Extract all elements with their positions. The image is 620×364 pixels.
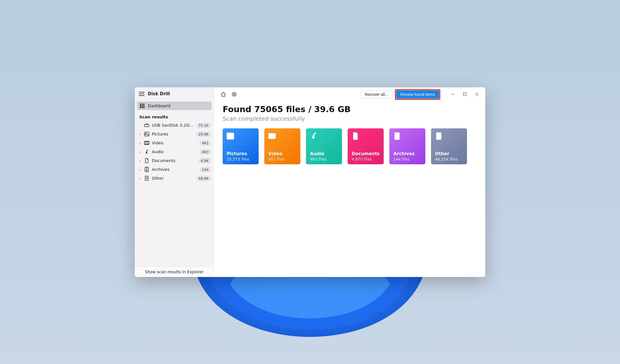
chevron-right-icon: › (138, 176, 142, 181)
card-pictures[interactable]: Pictures 20,573 files (223, 128, 259, 164)
card-title: Pictures (227, 151, 255, 156)
video-icon (268, 132, 297, 141)
card-sub: 20,573 files (227, 157, 255, 161)
tree-item-video[interactable]: › Video 461 (136, 139, 212, 147)
tree-item-archives[interactable]: › Archives 144 (136, 165, 212, 174)
tree-root[interactable]: › USB SanDisk 3.2Gen1… 75.1K (136, 121, 212, 130)
show-in-explorer-button[interactable]: Show scan results in Explorer (135, 266, 214, 277)
card-sub: 144 files (393, 157, 422, 161)
card-title: Video (268, 151, 297, 156)
window-controls (447, 90, 482, 99)
tree-badge: 144 (200, 167, 211, 172)
card-video[interactable]: Video 461 files (264, 128, 300, 164)
tree-label: USB SanDisk 3.2Gen1… (152, 123, 194, 128)
picture-icon (144, 132, 150, 136)
document-icon (144, 158, 150, 163)
chevron-right-icon: › (138, 167, 142, 172)
tree-label: Documents (152, 158, 196, 163)
home-button[interactable] (219, 90, 227, 98)
picture-icon (227, 132, 255, 141)
card-title: Audio (310, 151, 339, 156)
tree-label: Pictures (152, 132, 194, 136)
usb-drive-icon (144, 123, 150, 127)
recover-all-button[interactable]: Recover all... (361, 90, 392, 98)
chevron-right-icon: › (138, 132, 142, 136)
subline: Scan completed successfully (223, 115, 477, 122)
card-title: Other (435, 151, 464, 156)
dashboard-label: Dashboard (148, 104, 170, 108)
dashboard-button[interactable]: Dashboard (137, 102, 212, 110)
card-sub: 463 files (310, 157, 339, 161)
card-sub: 4,870 files (352, 157, 380, 161)
card-sub: 461 files (268, 157, 297, 161)
card-title: Archives (393, 151, 422, 156)
svg-rect-4 (144, 132, 149, 136)
close-button[interactable] (471, 90, 482, 99)
review-found-items-button[interactable]: Review found items (396, 90, 439, 98)
chevron-right-icon: › (138, 141, 142, 145)
main-panel: ✓ Recover all... Review found items Foun… (214, 87, 485, 277)
svg-point-27 (229, 134, 230, 136)
video-icon (144, 141, 150, 145)
other-icon (144, 176, 150, 181)
tree-badge: 20.6K (196, 132, 211, 137)
minimize-button[interactable] (447, 90, 458, 99)
card-title: Documents (352, 151, 380, 156)
chevron-right-icon: › (138, 159, 142, 163)
svg-point-42 (396, 137, 398, 138)
sidebar-header: Disk Drill (135, 87, 214, 99)
tree-item-pictures[interactable]: › Pictures 20.6K (136, 130, 212, 139)
annotation-highlight: Review found items (395, 89, 440, 100)
svg-rect-26 (227, 133, 234, 139)
maximize-button[interactable] (459, 90, 470, 99)
chevron-right-icon: › (138, 150, 142, 154)
headline: Found 75065 files / 39.6 GB (223, 104, 477, 114)
dashboard-icon (140, 104, 144, 108)
category-cards: Pictures 20,573 files Video 461 files (223, 128, 477, 164)
tree-badge: 463 (200, 149, 211, 155)
card-archives[interactable]: Archives 144 files (389, 128, 425, 164)
app-title: Disk Drill (148, 91, 170, 96)
tree-label: Other (152, 176, 194, 181)
tree-badge: 461 (200, 140, 211, 146)
tree-badge: 75.1K (196, 123, 211, 128)
archive-icon (393, 132, 422, 141)
card-other[interactable]: Other 48,554 files (431, 128, 467, 164)
section-label: Scan results (135, 112, 214, 121)
tree-label: Archives (152, 167, 197, 172)
card-sub: 48,554 files (435, 157, 464, 161)
audio-icon (144, 149, 150, 154)
card-audio[interactable]: Audio 463 files (306, 128, 342, 164)
tree-item-documents[interactable]: › Documents 4.9K (136, 156, 212, 165)
content: Found 75065 files / 39.6 GB Scan complet… (214, 102, 485, 170)
tree-item-audio[interactable]: › Audio 463 (136, 147, 212, 156)
other-icon (435, 132, 464, 141)
svg-rect-0 (144, 125, 149, 127)
sidebar: Disk Drill Dashboard Scan results › USB … (135, 87, 214, 277)
tree-badge: 48.6K (196, 176, 211, 181)
svg-point-17 (146, 170, 147, 171)
tree: › USB SanDisk 3.2Gen1… 75.1K › Pictures … (135, 121, 214, 183)
app-window: Disk Drill Dashboard Scan results › USB … (135, 87, 485, 277)
tree-label: Audio (152, 149, 197, 154)
card-documents[interactable]: Documents 4,870 files (348, 128, 384, 164)
document-icon (352, 132, 380, 141)
toolbar: ✓ Recover all... Review found items (214, 87, 485, 102)
scan-status-icon: ✓ (230, 90, 238, 98)
tree-label: Video (152, 141, 197, 145)
menu-icon[interactable] (139, 92, 144, 96)
audio-icon (310, 132, 339, 141)
svg-rect-23 (463, 93, 466, 96)
tree-badge: 4.9K (198, 158, 211, 163)
archive-icon (144, 167, 150, 172)
tree-item-other[interactable]: › Other 48.6K (136, 174, 212, 183)
